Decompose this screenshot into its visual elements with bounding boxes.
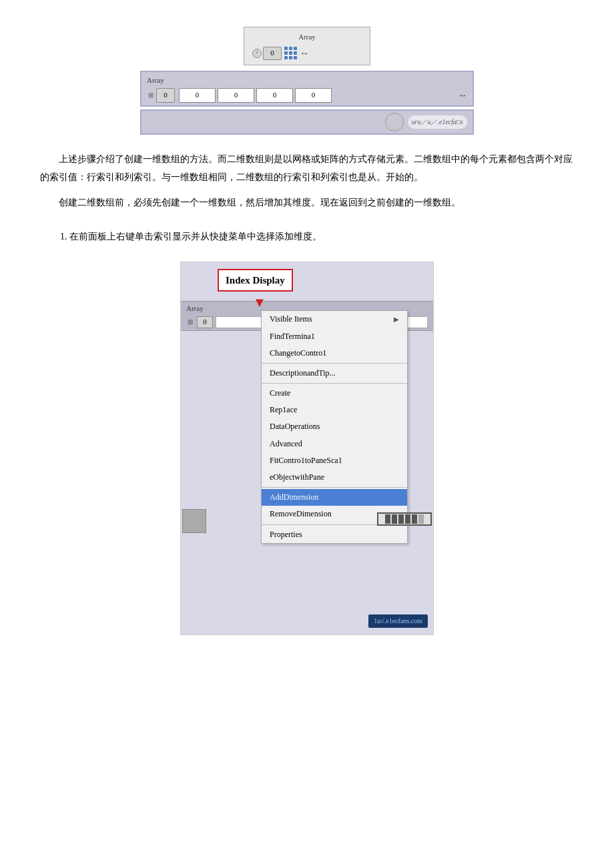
menu-item-visible-items[interactable]: Visible Items ▶ <box>262 311 407 328</box>
menu-item-data-ops-label: DataOperations <box>270 420 320 433</box>
step-text: 1. 在前面板上右键单击索引显示并从快捷菜单中选择添加维度。 <box>40 228 574 246</box>
step-1-text: 1. 在前面板上右键单击索引显示并从快捷菜单中选择添加维度。 <box>60 232 322 242</box>
watermark-bar: uru／u／.e1ecfa□s <box>140 109 474 135</box>
array-bar-wrapper: Array ⊞ 0 0 0 0 0 ↔ <box>140 71 474 135</box>
array-bar-arrow: ↔ <box>458 88 467 103</box>
menu-item-add-dimension-label: AddDimension <box>270 491 318 504</box>
menu-item-data-operations[interactable]: DataOperations <box>262 418 407 435</box>
array-label-small: Array <box>252 31 362 43</box>
mini-index-value: 0 <box>197 316 213 328</box>
array-cell-3: 0 <box>295 88 332 103</box>
menu-item-advanced[interactable]: Advanced <box>262 436 407 452</box>
menu-item-find-terminal-label: FindTermina1 <box>270 330 315 343</box>
array-bar-label: Array <box>147 75 467 87</box>
top-images-section: Array + 0 ↔ Array <box>40 27 574 135</box>
array-box-small: Array + 0 ↔ <box>244 27 370 65</box>
menu-item-create-label: Create <box>270 387 290 400</box>
menu-item-eobject[interactable]: eObjectwithPane <box>262 469 407 486</box>
page: Array + 0 ↔ Array <box>0 0 614 678</box>
array-dots <box>284 47 297 59</box>
menu-divider-3 <box>262 487 407 488</box>
dotted-cell-6 <box>418 514 424 524</box>
red-arrow-icon: ▼ <box>253 292 266 313</box>
screenshot-area: Index Display ▼ Array ⊞ 0 Visible Items … <box>40 262 574 635</box>
menu-item-add-dimension[interactable]: AddDimension <box>262 489 407 506</box>
dotted-cell-5 <box>412 514 417 524</box>
menu-item-fit-control-label: FitContro1toPaneSca1 <box>270 454 342 467</box>
dotted-cell-1 <box>385 514 390 524</box>
menu-divider-1 <box>262 363 407 364</box>
array-cell-1: 0 <box>218 88 254 103</box>
menu-item-replace-label: Rep1ace <box>270 404 297 416</box>
menu-item-create[interactable]: Create <box>262 385 407 402</box>
menu-divider-2 <box>262 383 407 384</box>
full-screenshot: Index Display ▼ Array ⊞ 0 Visible Items … <box>180 262 434 635</box>
dotted-cell-4 <box>405 514 410 524</box>
array-row-small: + 0 ↔ <box>252 46 362 61</box>
menu-item-remove-dimension-label: RemoveDimension <box>270 508 332 520</box>
text-block-1: 上述步骤介绍了创建一维数组的方法。而二维数组则是以网格或矩阵的方式存储元素。二维… <box>40 151 574 212</box>
paragraph-2: 创建二维数组前，必须先创建一个一维数组，然后增加其维度。现在返回到之前创建的一维… <box>40 194 574 212</box>
menu-arrow-visible-items: ▶ <box>394 314 399 325</box>
array-bar-index: 0 <box>156 88 175 103</box>
menu-item-description[interactable]: DescriptionandTip... <box>262 365 407 382</box>
array-bar-cells: 0 0 0 0 <box>179 88 454 103</box>
side-square-icon <box>182 509 206 533</box>
menu-item-description-label: DescriptionandTip... <box>270 367 336 380</box>
menu-item-visible-items-label: Visible Items <box>270 313 312 326</box>
right-dotted-box <box>377 512 432 526</box>
array-cell-0: 0 <box>179 88 216 103</box>
menu-item-properties[interactable]: Properties <box>262 526 407 543</box>
menu-item-change-control[interactable]: ChangetoContro1 <box>262 345 407 362</box>
menu-item-change-control-label: ChangetoContro1 <box>270 347 326 360</box>
array-bar: Array ⊞ 0 0 0 0 0 ↔ <box>140 71 474 107</box>
menu-item-fit-control[interactable]: FitContro1toPaneSca1 <box>262 452 407 469</box>
menu-item-eobject-label: eObjectwithPane <box>270 471 324 484</box>
array-cell-2: 0 <box>256 88 293 103</box>
index-display-label: Index Display <box>218 269 293 292</box>
menu-item-replace[interactable]: Rep1ace <box>262 402 407 418</box>
paragraph-1: 上述步骤介绍了创建一维数组的方法。而二维数组则是以网格或矩阵的方式存储元素。二维… <box>40 151 574 186</box>
menu-item-find-terminal[interactable]: FindTermina1 <box>262 328 407 345</box>
dotted-cell-2 <box>392 514 397 524</box>
array-index-box: 0 <box>263 47 282 60</box>
watermark-text: uru／u／.e1ecfa□s <box>408 115 467 129</box>
menu-item-properties-label: Properties <box>270 528 302 541</box>
properties-badge: 1u√.e1ecfans.com <box>368 614 428 628</box>
array-resize-arrow: ↔ <box>300 46 309 61</box>
dotted-cell-3 <box>398 514 404 524</box>
context-menu: Visible Items ▶ FindTermina1 ChangetoCon… <box>261 310 408 543</box>
menu-item-advanced-label: Advanced <box>270 438 302 450</box>
array-bar-inner: ⊞ 0 0 0 0 0 ↔ <box>147 88 467 103</box>
